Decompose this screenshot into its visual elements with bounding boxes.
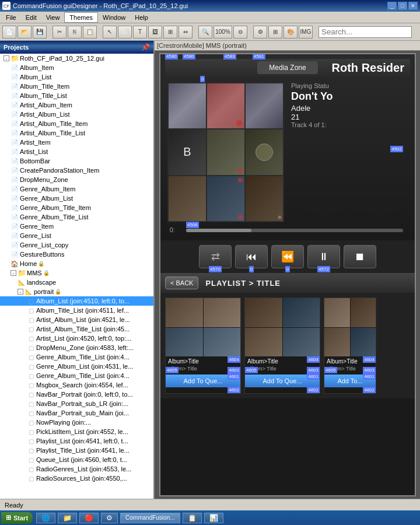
search-input[interactable] — [318, 26, 412, 38]
taskbar-item-2[interactable]: 📁 — [58, 513, 77, 523]
list-item[interactable]: 📄Artist_Album_List — [0, 110, 153, 119]
tb-arrow[interactable]: ↖ — [103, 26, 117, 38]
list-item[interactable]: 📄Artist_List — [0, 147, 153, 156]
menu-help[interactable]: Help — [130, 13, 153, 22]
stop-button[interactable]: ⏹ — [344, 245, 376, 268]
tb-new[interactable]: 📄 — [2, 26, 16, 38]
taskbar-item-7[interactable]: 📊 — [204, 513, 223, 523]
back-button[interactable]: < BACK — [165, 276, 198, 289]
tb-copy[interactable]: ⎘ — [68, 26, 82, 38]
list-item[interactable]: 📄DropMenu_Zone — [0, 175, 153, 184]
list-item[interactable]: 📄Artist_Album_Title_List — [0, 128, 153, 138]
list-item[interactable]: ▢Artist_List (join:4520, left:0, top:... — [0, 334, 153, 343]
list-item[interactable]: ▢Genre_Album_Title_List (join:4... — [0, 371, 153, 380]
list-item[interactable]: ▢NavBar_Portrait_sub_LR (join:... — [0, 399, 153, 408]
close-button[interactable]: ✕ — [408, 2, 418, 10]
list-item[interactable]: ▢Artist_Album_Title_List (join:45... — [0, 324, 153, 334]
prev-button[interactable]: ⏮ 0 — [235, 245, 268, 268]
tb-save[interactable]: 💾 — [33, 26, 47, 38]
taskbar-item-4[interactable]: ⚙ — [101, 513, 118, 523]
list-item[interactable]: ▢Playlist_Title_List (join:4541, le... — [0, 446, 153, 455]
list-item[interactable]: 📄Artist_Album_Item — [0, 100, 153, 110]
taskbar-item-6[interactable]: 📋 — [183, 513, 202, 523]
tb-select[interactable]: ⬜ — [118, 26, 132, 38]
tb-settings[interactable]: ⚙ — [253, 26, 267, 38]
start-button[interactable]: ⊞ Start — [1, 512, 33, 524]
tree-root[interactable]: - 📁 Roth_CF_iPad_10_25_12.gui — [0, 54, 153, 63]
list-item[interactable]: ▢NowPlaying (join:... — [0, 418, 153, 427]
taskbar-item-5[interactable]: CommandFusion... — [120, 513, 180, 523]
tree-mms[interactable]: - 📁 MMS 🔒 — [0, 268, 153, 278]
list-item[interactable]: ▢Msgbox_Search (join:4554, lef... — [0, 380, 153, 390]
list-item[interactable]: 📄Genre_List_copy — [0, 240, 153, 250]
expand-portrait[interactable]: - — [18, 289, 23, 295]
list-item[interactable]: 📄Album_List — [0, 72, 153, 82]
list-item[interactable]: 📄Genre_Album_Item — [0, 184, 153, 194]
tb-theme[interactable]: 🎨 — [284, 26, 298, 38]
menu-file[interactable]: File — [1, 13, 21, 22]
list-item[interactable]: 📄Album_Item — [0, 63, 153, 72]
tb-open[interactable]: 📂 — [18, 26, 32, 38]
progress-bar[interactable] — [186, 229, 403, 232]
tree-album-list[interactable]: ▢Album_List (join:4510, left:0, to... — [0, 296, 153, 306]
taskbar-item-3[interactable]: 🔴 — [79, 513, 99, 523]
pin-icon[interactable]: 📌 — [141, 43, 150, 51]
playlist-card-2[interactable]: Album>Title Album> Title 4604 4603 4605 … — [244, 298, 320, 394]
tb-button[interactable]: ⊞ — [163, 26, 177, 38]
tree-portrait[interactable]: - 📐 portrait 🔒 — [0, 287, 153, 296]
node-icon: ▢ — [27, 400, 35, 408]
list-item[interactable]: ▢Artist_Album_List (join:4521, le... — [0, 315, 153, 324]
tb-zoom-out[interactable]: ⊖ — [233, 26, 247, 38]
tb-zoom-level[interactable]: 100% — [214, 26, 232, 38]
designer-canvas[interactable]: 4580 4580 4583 4581 Media Zone 0 Roth Re… — [155, 51, 420, 513]
expand-root[interactable]: - — [4, 55, 9, 61]
list-item[interactable]: 📄Genre_Item — [0, 222, 153, 231]
menu-view[interactable]: View — [41, 13, 65, 22]
expand-mms[interactable]: - — [10, 270, 16, 276]
tb-paste[interactable]: 📋 — [83, 26, 97, 38]
list-item[interactable]: 📄Genre_Album_List — [0, 194, 153, 203]
rewind-button[interactable]: ⏪ 0 — [271, 245, 304, 268]
minimize-button[interactable]: _ — [387, 2, 397, 10]
menu-edit[interactable]: Edit — [21, 13, 41, 22]
tb-img-btn[interactable]: IMG — [299, 26, 313, 38]
maximize-button[interactable]: □ — [398, 2, 407, 10]
list-item[interactable]: ▢RadioSources_List (join:4550,... — [0, 474, 153, 483]
list-item[interactable]: 📄CreatePandoraStation_Item — [0, 166, 153, 175]
list-item[interactable]: ▢Genre_Album_Title_List (join:4... — [0, 352, 153, 362]
tree-home[interactable]: 🏠 Home 🔒 — [0, 259, 153, 268]
list-item[interactable]: ▢RadioGenres_List (join:4553, le... — [0, 464, 153, 474]
list-item[interactable]: 📄Genre_List — [0, 231, 153, 240]
list-item[interactable]: ▢Queue_List (join:4560, left:0, t... — [0, 455, 153, 464]
list-item[interactable]: 📄Artist_Album_Title_Item — [0, 119, 153, 128]
list-item[interactable]: ▢NavBar_Portrait (join:0, left:0, to... — [0, 390, 153, 399]
list-item[interactable]: 📄GestureButtons — [0, 250, 153, 259]
shuffle-button[interactable]: ⇄ 4570 — [199, 245, 232, 268]
playlist-card-3[interactable]: Album>Title Album> Title 4604 4603 4605 … — [324, 298, 376, 394]
tb-cut[interactable]: ✂ — [52, 26, 66, 38]
list-item[interactable]: 📄BottomBar — [0, 156, 153, 166]
menu-themes[interactable]: Themes — [64, 12, 98, 23]
tb-grid[interactable]: ⊞ — [268, 26, 282, 38]
list-item[interactable]: ▢Playlist_List (join:4541, left:0, t... — [0, 436, 153, 446]
list-item[interactable]: 📄Album_Title_Item — [0, 82, 153, 91]
list-item[interactable]: ▢Album_Title_List (join:4511, lef... — [0, 306, 153, 315]
list-item[interactable]: ▢Genre_Album_List (join:4531, le... — [0, 362, 153, 371]
list-item[interactable]: 📄Artist_Item — [0, 138, 153, 147]
list-item[interactable]: ▢PickListItem_List (join:4552, le... — [0, 427, 153, 436]
file-tree[interactable]: - 📁 Roth_CF_iPad_10_25_12.gui 📄Album_Ite… — [0, 54, 153, 506]
tb-image[interactable]: 🖼 — [148, 26, 162, 38]
tree-landscape[interactable]: 📐 landscape — [0, 278, 153, 287]
play-pause-button[interactable]: ⏸ 4572 — [307, 245, 340, 268]
list-item[interactable]: 📄Genre_Album_Title_Item — [0, 203, 153, 212]
playlist-card-1[interactable]: Album>Title Album> Title 4604 4603 4605 … — [165, 298, 241, 394]
list-item[interactable]: 📄Album_Title_List — [0, 91, 153, 100]
list-item[interactable]: 📄Genre_Album_Title_List — [0, 212, 153, 222]
tb-zoom-in[interactable]: 🔍 — [198, 26, 212, 38]
list-item[interactable]: ▢DropMenu_Zone (join:4583, left:... — [0, 343, 153, 352]
menu-window[interactable]: Window — [98, 13, 130, 22]
taskbar-item-1[interactable]: 🌐 — [36, 513, 55, 523]
tb-slider[interactable]: ⇔ — [178, 26, 192, 38]
list-item[interactable]: ▢NavBar_Portrait_sub_Main (joi... — [0, 408, 153, 418]
tb-text[interactable]: T — [133, 26, 147, 38]
